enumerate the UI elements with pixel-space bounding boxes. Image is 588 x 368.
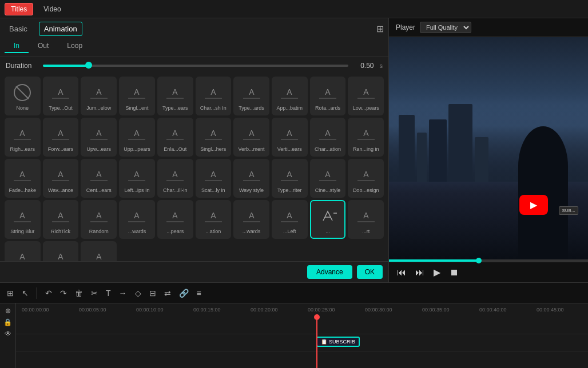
subscribe-clip[interactable]: 📋 SUBSCRIB [316, 337, 360, 347]
svg-text:A: A [58, 87, 63, 97]
anim-icon-char-ation: A [315, 121, 340, 146]
quality-select[interactable]: Full Quality [420, 22, 471, 33]
left-panel: Basic Animation ⊞ In Out Loop Duration 0… [0, 18, 389, 282]
duration-row: Duration 0.50 s [0, 57, 388, 74]
anim-item-item-39-selected[interactable]: ... [310, 200, 346, 239]
anim-item-enla-out[interactable]: AEnla...Out [157, 118, 193, 157]
anim-item-none[interactable]: None [5, 77, 41, 115]
anim-icon-item-40: A [353, 203, 379, 229]
anim-item-rota-ards[interactable]: ARota...ards [310, 77, 346, 115]
tool-swap[interactable]: ⇄ [162, 287, 173, 299]
anim-item-type-out[interactable]: AType...Out [43, 77, 79, 115]
skip-back-button[interactable]: ⏮ [396, 266, 407, 279]
bottom-buttons: Advance OK [0, 261, 388, 282]
progress-bar[interactable] [389, 259, 588, 262]
playhead[interactable] [316, 317, 317, 368]
svg-text:A: A [210, 129, 216, 138]
add-track-button[interactable]: ⊕ [4, 306, 12, 316]
anim-item-char-ill-in[interactable]: AChar...ill-in [157, 159, 193, 198]
anim-icon-random: A [86, 203, 112, 229]
anim-item-doo-esign[interactable]: ADoo...esign [348, 159, 384, 198]
tool-settings[interactable]: ≡ [194, 287, 204, 299]
anim-item-left-ips-in[interactable]: ALeft...ips In [119, 159, 155, 198]
anim-item-string-blur[interactable]: AString Blur [5, 200, 41, 239]
timeline-area: ⊞ ↖ ↶ ↷ 🗑 ✂ T → ◇ ⊟ ⇄ 🔗 ≡ ⊕ 🔒 👁 [0, 282, 588, 368]
basic-tab[interactable]: Basic [5, 22, 32, 35]
anim-item-type-ards[interactable]: AType...ards [233, 77, 269, 115]
anim-item-richtick[interactable]: ARichTick [43, 200, 79, 239]
anim-item-scat-ly-in[interactable]: AScat...ly in [196, 159, 232, 198]
anim-icon-scat-ly-in: A [201, 162, 226, 187]
anim-item-type-ears[interactable]: AType...ears [157, 77, 193, 115]
tool-select[interactable]: ↖ [19, 287, 31, 299]
anim-label-item-37: ...wards [243, 229, 261, 235]
titles-tab[interactable]: Titles [5, 3, 33, 15]
svg-text:A: A [325, 170, 331, 179]
anim-item-item-35[interactable]: A...pears [157, 200, 193, 239]
advance-button[interactable]: Advance [307, 265, 352, 279]
stop-button[interactable]: ⏹ [448, 266, 460, 279]
anim-item-wav-ance[interactable]: AWav...ance [43, 159, 79, 198]
anim-item-singl-hers[interactable]: ASingl...hers [196, 118, 232, 157]
eye-button[interactable]: 👁 [3, 329, 13, 339]
anim-icon-none [10, 80, 35, 105]
anim-item-upw-ears[interactable]: AUpw...ears [81, 118, 117, 157]
animation-tab[interactable]: Animation [39, 22, 82, 36]
anim-icon-forw-ears: A [48, 121, 73, 146]
play-button[interactable]: ▶ [432, 266, 442, 279]
tool-delete[interactable]: 🗑 [73, 287, 85, 299]
anim-item-item-37[interactable]: A...wards [233, 200, 269, 239]
panel-options-icon[interactable]: ⊞ [376, 23, 384, 34]
tool-redo[interactable]: ↷ [58, 287, 69, 299]
anim-item-item-34[interactable]: A...wards [119, 200, 155, 239]
anim-item-item-36[interactable]: A...ation [196, 200, 232, 239]
svg-text:A: A [363, 87, 369, 97]
anim-item-item-43[interactable]: A... [81, 241, 117, 261]
anim-item-item-42[interactable]: A...rt2 [43, 241, 79, 261]
anim-item-item-41[interactable]: A...rt [5, 241, 41, 261]
anim-item-ran-ing-in[interactable]: ARan...ing in [348, 118, 384, 157]
anim-icon-singl-hers: A [201, 121, 226, 146]
out-tab[interactable]: Out [29, 39, 58, 53]
in-tab[interactable]: In [5, 39, 29, 53]
tool-link[interactable]: 🔗 [177, 287, 191, 299]
svg-text:A: A [210, 170, 216, 179]
slider-thumb[interactable] [85, 62, 92, 69]
lock-button[interactable]: 🔒 [2, 317, 13, 327]
anim-item-random[interactable]: ARandom [81, 200, 117, 239]
anim-label-forw-ears: Forw...ears [48, 146, 74, 153]
anim-item-char-ation[interactable]: AChar...ation [310, 118, 346, 157]
loop-tab[interactable]: Loop [58, 39, 92, 53]
tool-diamond[interactable]: ◇ [133, 287, 144, 299]
anim-item-cine-style[interactable]: ACine...style [310, 159, 346, 198]
tool-arrow[interactable]: → [117, 287, 129, 299]
tool-undo[interactable]: ↶ [43, 287, 54, 299]
tool-minus[interactable]: ⊟ [147, 287, 158, 299]
anim-item-item-40[interactable]: A...rt [348, 200, 384, 239]
anim-icon-wav-ance: A [48, 162, 73, 187]
anim-item-verb-ment[interactable]: AVerb...ment [233, 118, 269, 157]
anim-item-item-38[interactable]: A...Left [272, 200, 308, 239]
anim-item-forw-ears[interactable]: AForw...ears [43, 118, 79, 157]
anim-item-righ-ears[interactable]: ARigh...ears [5, 118, 41, 157]
svg-text:A: A [249, 87, 255, 97]
duration-slider[interactable] [43, 64, 348, 67]
frame-back-button[interactable]: ⏭ [414, 266, 426, 279]
tool-text[interactable]: T [104, 287, 113, 299]
anim-item-upp-pears[interactable]: AUpp...pears [119, 118, 155, 157]
anim-item-wavy-style[interactable]: AWavy style [233, 159, 269, 198]
anim-item-single-ent[interactable]: ASingl...ent [119, 77, 155, 115]
anim-item-fade-hake[interactable]: AFade...hake [5, 159, 41, 198]
anim-item-char-sh-in[interactable]: AChar...sh In [196, 77, 232, 115]
anim-item-cent-ears[interactable]: ACent...ears [81, 159, 117, 198]
anim-icon-app-batim: A [277, 80, 302, 105]
anim-item-type-riter[interactable]: AType...riter [272, 159, 308, 198]
anim-item-jump-elow[interactable]: AJum...elow [81, 77, 117, 115]
tool-cut[interactable]: ✂ [89, 287, 100, 299]
anim-item-verti-ears[interactable]: AVerti...ears [272, 118, 308, 157]
ok-button[interactable]: OK [357, 265, 383, 279]
anim-item-app-batim[interactable]: AApp...batim [272, 77, 308, 115]
video-tab[interactable]: Video [38, 3, 66, 15]
tool-layout[interactable]: ⊞ [5, 287, 16, 299]
anim-item-low-pears[interactable]: ALow...pears [348, 77, 384, 115]
